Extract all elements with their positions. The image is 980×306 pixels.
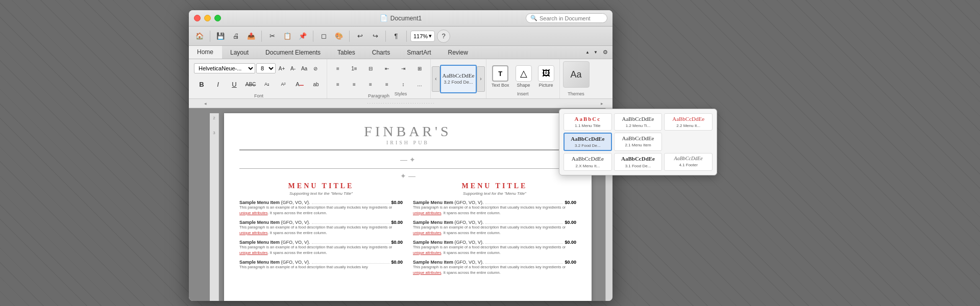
toolbar-home-btn[interactable]: 🏠 [193,30,206,43]
popup-style-menu-title[interactable]: AaBbCc 1.1 Menu Title [564,113,612,131]
price-left-1: $0.00 [391,200,403,205]
popup-style-footer-41[interactable]: AaBbCcDdEe 4.1 Footer [664,153,713,170]
popup-style-menu-it-22[interactable]: AaBbCcDdEe 2.2 Menu It... [664,113,713,131]
search-icon: 🔍 [530,15,537,21]
popup-style-menu-item-21[interactable]: AaBbCcDdEe 2.1 Menu Item [614,133,663,151]
underline-btn[interactable]: U [227,77,242,91]
columns-btn[interactable]: ⊞ [412,61,427,75]
popup-preview-footer-41: AaBbCcDdEe [667,156,710,162]
dots-left-1 [312,203,390,204]
outline-btn[interactable]: ⊟ [363,61,378,75]
paper[interactable]: FINBAR'S IRISH PUB — ✦ —————————————————… [224,113,592,301]
font-increase-btn[interactable]: A+ [277,61,287,75]
tab-home[interactable]: Home [189,46,222,59]
font-name-select[interactable]: HelveticaNeue-... [194,63,255,73]
main-window: 📄 Document1 🔍 🏠 💾 🖨 📤 ✂ 📋 📌 ◻ 🎨 ↩ ↪ ¶ 11 [189,10,612,301]
styles-prev-btn[interactable]: ‹ [432,66,440,92]
insert-textbox-btn[interactable]: T Text Box [489,64,511,89]
italic-btn[interactable]: I [210,77,226,91]
highlight-btn[interactable]: ab [308,77,324,91]
popup-style-menu-ti-2[interactable]: AaBbCcDdEe 1.2 Menu Ti... [614,113,663,131]
style-item-food-de[interactable]: AaBbCcDdEe 3.2 Food De... [440,65,477,93]
title-bar-right: 🔍 [526,13,607,23]
minimize-button[interactable] [204,15,211,21]
toolbar-redo-btn[interactable]: ↪ [369,30,382,43]
zoom-chevron-icon: ▾ [429,33,432,39]
popup-style-food-de-32[interactable]: AaBbCcDdEe 3.2 Food De... [564,133,612,151]
tab-charts[interactable]: Charts [364,46,399,59]
toolbar-color-btn[interactable]: 🎨 [332,30,346,43]
close-button[interactable] [194,15,201,21]
ribbon-scroll-up-btn[interactable]: ▲ [584,49,591,56]
popup-preview-menu-title: AaBbCc [566,116,609,122]
toolbar-cut-btn[interactable]: ✂ [265,30,279,43]
left-ruler: 2 3 [210,113,219,301]
justify-btn[interactable]: ≡ [379,77,395,91]
toolbar-undo-btn[interactable]: ↩ [353,30,366,43]
picture-label: Picture [539,83,553,88]
ribbon-group-themes: Aa Themes [560,59,593,98]
align-left-btn[interactable]: ≡ [330,77,346,91]
insert-picture-btn[interactable]: 🖼 Picture [536,64,556,89]
tab-tables[interactable]: Tables [329,46,364,59]
ruler-end: ▸ [601,101,603,106]
indent-increase-btn[interactable]: ⇥ [396,61,411,75]
toolbar-shapes-btn[interactable]: ◻ [317,30,330,43]
font-case-btn[interactable]: Aa [299,61,309,75]
toolbar-sep-6 [406,31,407,42]
styles-next-btn[interactable]: › [477,66,485,92]
search-input[interactable] [540,15,601,21]
popup-empty-1 [664,133,713,151]
menu-subtitle-right: Supporting text for the "Menu Title" [413,191,576,196]
zoom-dropdown[interactable]: 117% ▾ [410,31,435,42]
popup-label-menu-item-21: 2.1 Menu Item [617,143,660,147]
font-clear-btn[interactable]: ⊘ [310,61,321,75]
item-desc-right-2: This paragraph is an example of a food d… [413,225,576,236]
popup-preview-menu-item-21: AaBbCcDdEe [617,135,660,142]
toolbar-print-btn[interactable]: 🖨 [229,30,242,43]
item-title-left-1: Sample Menu Item (GFO, VO, V). [239,200,310,205]
tab-review[interactable]: Review [439,46,476,59]
popup-style-food-de-31[interactable]: AaBbCcDdEe 3.1 Food De... [614,153,663,170]
toolbar-export-btn[interactable]: 📤 [244,30,258,43]
menu-item-right-4: Sample Menu Item (GFO, VO, V). $0.00 Thi… [413,260,576,275]
toolbar-paste-btn[interactable]: 📌 [296,30,309,43]
themes-btn[interactable]: Aa [563,61,590,88]
tab-document-elements[interactable]: Document Elements [257,46,329,59]
search-box[interactable]: 🔍 [526,13,607,23]
tab-smartart[interactable]: SmartArt [399,46,439,59]
toolbar-help-btn[interactable]: ? [437,30,450,43]
ribbon-settings-btn[interactable]: ⚙ [600,47,610,58]
subscript-btn[interactable]: A₂ [259,77,275,91]
price-line-left-2: Sample Menu Item (GFO, VO, V). $0.00 [239,220,403,225]
superscript-btn[interactable]: A² [276,77,291,91]
style-preview-1: AaBbCcDdEe [443,73,475,79]
toolbar-save-btn[interactable]: 💾 [214,30,227,43]
ribbon-scroll-down-btn[interactable]: ▼ [592,49,599,56]
font-size-select[interactable]: 8 [256,63,276,73]
insert-shape-btn[interactable]: △ Shape [513,64,534,89]
numbered-list-btn[interactable]: 1≡ [347,61,362,75]
toolbar-paragraph-btn[interactable]: ¶ [389,30,403,43]
font-color-btn[interactable]: A___ [292,77,307,91]
menu-title-left: MENU TITLE [239,182,403,190]
align-center-btn[interactable]: ≡ [347,77,362,91]
maximize-button[interactable] [214,15,221,21]
popup-style-menu-it-2x[interactable]: AaBbCcDdEe 2.X Menu It... [564,153,612,170]
bullets-btn[interactable]: ≡ [330,61,346,75]
bold-btn[interactable]: B [194,77,209,91]
toolbar-copy-btn[interactable]: 📋 [281,30,294,43]
textbox-label: Text Box [492,83,509,88]
font-decrease-btn[interactable]: A- [288,61,298,75]
traffic-lights [194,15,221,21]
indent-decrease-btn[interactable]: ⇤ [379,61,395,75]
tab-layout[interactable]: Layout [222,46,257,59]
paragraph-more-btn[interactable]: … [412,77,427,91]
align-right-btn[interactable]: ≡ [363,77,378,91]
strikethrough-btn[interactable]: ABC [243,77,258,91]
dots-left-4 [312,263,390,264]
item-desc-right-4: This paragraph is an example of a food d… [413,265,576,275]
themes-icon: Aa [571,69,582,80]
item-desc-right-1: This paragraph is an example of a food d… [413,205,576,216]
ruler-mark: ◂ [204,101,207,106]
